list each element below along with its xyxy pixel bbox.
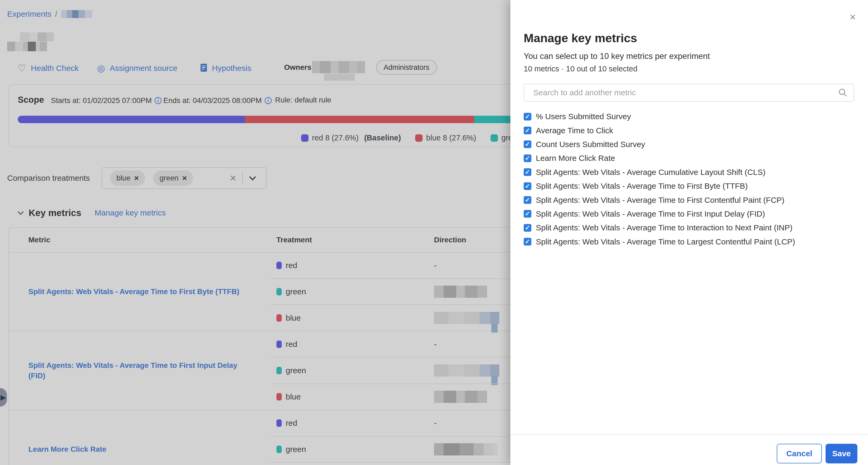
checkbox-checked-icon[interactable]: ✓: [524, 113, 531, 120]
metric-checkbox-list: ✓ % Users Submitted Survey ✓ Average Tim…: [524, 110, 854, 249]
metric-option[interactable]: ✓ % Users Submitted Survey: [524, 110, 854, 123]
metric-option[interactable]: ✓ Split Agents: Web Vitals - Average Tim…: [524, 235, 854, 249]
checkbox-checked-icon[interactable]: ✓: [524, 210, 531, 217]
metric-search-input[interactable]: [524, 84, 854, 101]
checkbox-checked-icon[interactable]: ✓: [524, 154, 531, 162]
metric-option[interactable]: ✓ Count Users Submitted Survey: [524, 138, 854, 151]
checkbox-checked-icon[interactable]: ✓: [524, 126, 531, 134]
metrics-selected-summary: 10 metrics · 10 out of 10 selected: [524, 64, 638, 73]
metric-option[interactable]: ✓ Average Time to Click: [524, 123, 854, 137]
search-icon: [838, 88, 847, 98]
checkbox-checked-icon[interactable]: ✓: [524, 168, 531, 176]
cancel-button[interactable]: Cancel: [777, 444, 822, 463]
metric-option[interactable]: ✓ Learn More Click Rate: [524, 151, 854, 165]
save-button[interactable]: Save: [826, 444, 858, 463]
app-root: Experiments / ♡ Health Check ◎ Assignmen…: [0, 0, 868, 465]
checkbox-checked-icon[interactable]: ✓: [524, 238, 531, 245]
checkbox-checked-icon[interactable]: ✓: [524, 140, 531, 148]
metric-search: [524, 84, 854, 101]
metric-option[interactable]: ✓ Split Agents: Web Vitals - Average Tim…: [524, 193, 854, 207]
checkbox-checked-icon[interactable]: ✓: [524, 182, 531, 190]
metric-option[interactable]: ✓ Split Agents: Web Vitals - Average Cum…: [524, 165, 854, 179]
panel-title: Manage key metrics: [524, 31, 637, 45]
panel-subtitle: You can select up to 10 key metrics per …: [524, 52, 710, 61]
metric-option[interactable]: ✓ Split Agents: Web Vitals - Average Tim…: [524, 207, 854, 221]
checkbox-checked-icon[interactable]: ✓: [524, 196, 531, 204]
checkbox-checked-icon[interactable]: ✓: [524, 224, 531, 232]
close-icon[interactable]: ×: [850, 12, 856, 22]
metric-option[interactable]: ✓ Split Agents: Web Vitals - Average Tim…: [524, 221, 854, 235]
manage-key-metrics-panel: × Manage key metrics You can select up t…: [510, 0, 868, 465]
metric-option[interactable]: ✓ Split Agents: Web Vitals - Average Tim…: [524, 179, 854, 193]
panel-footer: Cancel Save: [510, 434, 868, 465]
